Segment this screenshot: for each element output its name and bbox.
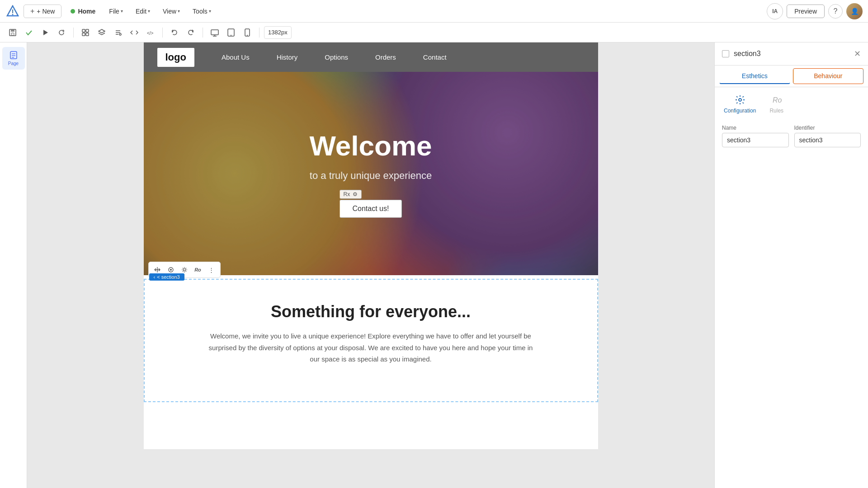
sidebar-page-label: Page — [8, 61, 19, 66]
site-nav: About Us History Options Orders Contact — [222, 53, 447, 61]
panel-close-button[interactable]: ✕ — [854, 49, 861, 59]
svg-point-23 — [247, 35, 248, 36]
panel-tabs: Esthetics Behaviour — [715, 66, 868, 87]
file-menu[interactable]: File ▾ — [104, 5, 127, 17]
sidebar-item-page[interactable]: Page — [2, 47, 25, 70]
gear-icon: ⚙ — [353, 191, 358, 197]
ia-button[interactable]: IA — [767, 3, 783, 19]
rx-icon: Rx — [344, 191, 350, 197]
new-label: + New — [37, 8, 55, 15]
rules-label: Rules — [769, 108, 783, 114]
config-icon-item[interactable]: Configuration — [724, 94, 756, 114]
home-menu-item[interactable]: Home — [65, 5, 101, 17]
html-btn[interactable]: </> — [143, 25, 158, 40]
help-icon: ? — [834, 7, 838, 15]
svg-rect-17 — [211, 30, 218, 35]
svg-point-21 — [231, 35, 231, 36]
nav-history[interactable]: History — [277, 53, 298, 61]
section-body-text: Welcome, we invite you to live a unique … — [208, 330, 533, 365]
new-button[interactable]: + + New — [24, 5, 61, 18]
svg-marker-6 — [43, 30, 48, 35]
check-btn[interactable] — [22, 25, 36, 40]
section3-more-btn[interactable]: ⋮ — [206, 264, 217, 276]
id-field-group: Identifier — [794, 125, 861, 147]
tools-menu[interactable]: Tools ▾ — [188, 5, 216, 17]
svg-point-31 — [739, 99, 741, 101]
svg-text:</>: </> — [147, 31, 154, 36]
page-canvas: logo About Us History Options Orders Con… — [144, 42, 598, 449]
svg-rect-9 — [82, 33, 85, 36]
refresh-btn[interactable] — [54, 25, 69, 40]
panel-icons: Configuration Ro Rules — [715, 87, 868, 117]
nav-contact[interactable]: Contact — [423, 53, 447, 61]
panel-checkbox[interactable] — [722, 50, 729, 57]
name-field-input[interactable] — [722, 133, 789, 147]
section3-rules-btn[interactable]: Ro — [192, 264, 204, 276]
tablet-btn[interactable] — [224, 25, 238, 40]
svg-rect-5 — [11, 33, 14, 35]
home-status-dot — [71, 9, 75, 14]
tab-behaviour[interactable]: Behaviour — [793, 68, 864, 84]
play-btn[interactable] — [38, 25, 52, 40]
id-field-input[interactable] — [794, 133, 861, 147]
svg-rect-4 — [11, 29, 14, 32]
app-logo — [5, 4, 20, 19]
edit-menu[interactable]: Edit ▾ — [131, 5, 155, 17]
hero-title: Welcome — [309, 130, 432, 162]
panel-fields: Name Identifier — [715, 117, 868, 160]
svg-point-15 — [119, 33, 121, 35]
view-arrow-icon: ▾ — [178, 9, 180, 14]
section3-area: Ro ⋮ ‹ < section3 Something for everyone… — [144, 279, 598, 402]
redo-btn[interactable] — [184, 25, 198, 40]
nav-orders[interactable]: Orders — [375, 53, 396, 61]
canvas-inner: logo About Us History Options Orders Con… — [27, 42, 714, 488]
tools-label: Tools — [193, 8, 208, 15]
svg-rect-8 — [86, 29, 89, 32]
panel-header: section3 ✕ — [715, 42, 868, 66]
section3-label: ‹ < section3 — [149, 273, 184, 281]
components-btn[interactable] — [78, 25, 93, 40]
nav-options[interactable]: Options — [325, 53, 348, 61]
viewport-size[interactable]: 1382px — [264, 26, 292, 39]
file-label: File — [109, 8, 119, 15]
section3-tag: < section3 — [157, 274, 179, 280]
hero-section: Welcome to a truly unique experience Rx … — [144, 72, 598, 275]
svg-point-2 — [12, 14, 14, 15]
preview-label: Preview — [794, 8, 817, 15]
id-field-label: Identifier — [794, 125, 861, 131]
user-avatar[interactable]: 👤 — [846, 3, 863, 19]
config-label: Configuration — [724, 108, 756, 114]
code-btn[interactable] — [127, 25, 142, 40]
site-header: logo About Us History Options Orders Con… — [144, 42, 598, 72]
svg-rect-7 — [82, 29, 85, 32]
mobile-btn[interactable] — [240, 25, 255, 40]
contact-us-button[interactable]: Contact us! — [340, 200, 402, 218]
help-button[interactable]: ? — [828, 4, 843, 19]
view-menu[interactable]: View ▾ — [158, 5, 184, 17]
tab-esthetics[interactable]: Esthetics — [719, 68, 790, 84]
right-panel: section3 ✕ Esthetics Behaviour Configura… — [714, 42, 868, 488]
view-label: View — [163, 8, 176, 15]
btn-overlay: Rx ⚙ — [340, 190, 362, 199]
layers-btn[interactable] — [94, 25, 109, 40]
svg-point-29 — [170, 269, 172, 271]
home-label: Home — [78, 8, 95, 15]
edit-label: Edit — [136, 8, 146, 15]
save-btn[interactable] — [5, 25, 20, 40]
desktop-btn[interactable] — [208, 25, 222, 40]
data-btn[interactable] — [111, 25, 125, 40]
undo-btn[interactable] — [167, 25, 182, 40]
hero-subtitle: to a truly unique experience — [309, 170, 432, 182]
section3-wrapper: ‹ < section3 Something for everyone... W… — [144, 279, 598, 402]
preview-button[interactable]: Preview — [787, 5, 825, 18]
left-sidebar: Page — [0, 42, 27, 488]
edit-arrow-icon: ▾ — [148, 9, 150, 14]
svg-rect-10 — [86, 33, 89, 36]
field-row-1: Name Identifier — [722, 125, 861, 147]
svg-text:Ro: Ro — [773, 96, 782, 104]
rules-icon-item[interactable]: Ro Rules — [769, 94, 783, 114]
main-layout: Page logo About Us History Options Order… — [0, 42, 868, 488]
nav-about[interactable]: About Us — [222, 53, 250, 61]
toolbar: </> 1382px — [0, 23, 868, 42]
section-everyone-title: Something for everyone... — [172, 302, 570, 321]
